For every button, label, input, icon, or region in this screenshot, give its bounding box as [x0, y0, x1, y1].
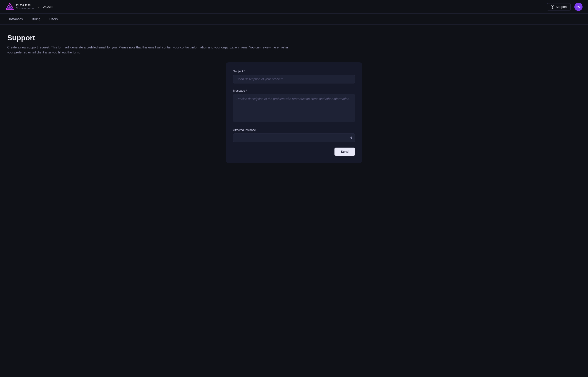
form-actions: Send	[233, 148, 355, 156]
message-textarea[interactable]	[233, 94, 355, 122]
avatar-initials: FG	[576, 5, 580, 8]
support-icon: ℹ	[551, 5, 554, 9]
subject-label: Subject *	[233, 70, 355, 73]
support-form-card: Subject * Message * Affected Instance	[226, 62, 362, 163]
nav-item-users[interactable]: Users	[46, 15, 61, 23]
instance-label: Affected Instance	[233, 128, 355, 132]
page-title: Support	[7, 34, 581, 42]
instance-select-wrapper	[233, 133, 355, 142]
subject-group: Subject *	[233, 70, 355, 83]
page-description: Create a new support request. This form …	[7, 45, 294, 55]
subject-input[interactable]	[233, 75, 355, 83]
brand-name: ZITADEL	[16, 4, 35, 7]
header-divider: /	[38, 4, 39, 9]
header: ZITADEL Customerportal / ACME ℹ Support …	[0, 0, 588, 14]
send-button[interactable]: Send	[334, 148, 355, 156]
message-group: Message *	[233, 89, 355, 123]
header-left: ZITADEL Customerportal / ACME	[5, 2, 53, 11]
brand-sub: Customerportal	[16, 7, 35, 10]
zitadel-logo-icon	[5, 2, 14, 11]
logo-text: ZITADEL Customerportal	[16, 4, 35, 10]
header-right: ℹ Support FG	[547, 3, 583, 11]
main-nav: Instances Billing Users	[0, 14, 588, 24]
org-name: ACME	[43, 5, 53, 9]
send-button-label: Send	[341, 150, 349, 153]
main-content: Support Create a new support request. Th…	[0, 24, 588, 172]
logo-area: ZITADEL Customerportal	[5, 2, 35, 11]
instance-select[interactable]	[233, 133, 355, 142]
instance-group: Affected Instance	[233, 128, 355, 142]
nav-item-instances[interactable]: Instances	[5, 15, 26, 23]
nav-item-billing[interactable]: Billing	[28, 15, 44, 23]
avatar[interactable]: FG	[574, 3, 583, 11]
support-button[interactable]: ℹ Support	[547, 3, 571, 11]
support-button-label: Support	[556, 5, 567, 9]
message-label: Message *	[233, 89, 355, 92]
